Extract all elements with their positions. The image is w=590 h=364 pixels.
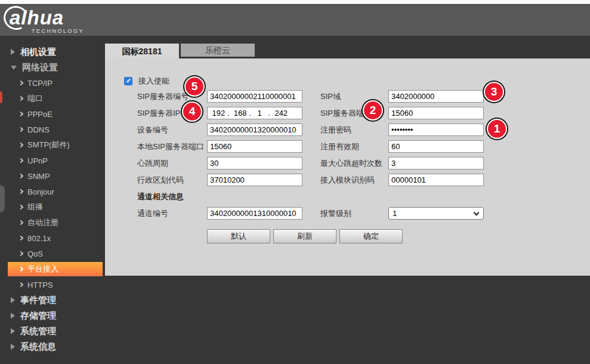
heartbeat-period-label: 心跳周期	[137, 157, 168, 169]
sip-domain-input[interactable]	[388, 90, 484, 103]
logo-technology-text: TECHNOLOGY	[32, 28, 84, 34]
sidebar-item-storage-management[interactable]: 存储管理	[0, 309, 105, 323]
platform-access-form-panel: 接入使能 SIP服务器编号 SIP域 SIP服务器IP SIP服务器端口 设备编…	[105, 58, 590, 276]
chevron-right-icon	[18, 251, 23, 256]
register-password-label: 注册密码	[320, 124, 351, 136]
device-id-input[interactable]	[207, 124, 302, 136]
default-button[interactable]: 默认	[207, 229, 270, 243]
chevron-right-icon	[18, 96, 23, 101]
edge-red-widget	[0, 91, 2, 103]
chevron-right-icon	[18, 220, 23, 225]
channel-info-section-title: 通道相关信息	[137, 192, 184, 202]
tab-gb28181[interactable]: 国标28181	[105, 44, 179, 59]
local-sip-port-label: 本地SIP服务器端口	[137, 140, 204, 153]
sidebar-item-https[interactable]: HTTPS	[0, 277, 105, 292]
alarm-level-select[interactable]: 1	[388, 207, 484, 220]
logo-a-glyph: a	[10, 8, 21, 28]
register-validity-label: 注册有效期	[320, 140, 359, 153]
browser-top-strip	[0, 0, 590, 4]
chevron-right-icon	[18, 81, 23, 85]
device-id-label: 设备编号	[137, 124, 168, 136]
sidebar-item-port[interactable]: 端口	[0, 91, 105, 106]
civil-code-label: 行政区划代码	[137, 174, 184, 186]
sidebar-item-camera-settings[interactable]: 相机设置	[0, 45, 105, 59]
triangle-right-icon	[11, 297, 15, 303]
ok-button[interactable]: 确定	[339, 229, 403, 243]
annotation-circle-3: 3	[484, 82, 504, 102]
annotation-circle-1: 1	[487, 119, 507, 139]
max-heartbeat-timeout-input[interactable]	[388, 157, 484, 169]
sip-server-id-label: SIP服务器编号	[137, 90, 189, 103]
sidebar-item-tcpip[interactable]: TCP/IP	[0, 76, 105, 90]
sidebar-item-network-settings[interactable]: 网络设置	[0, 60, 105, 75]
channel-id-label: 通道编号	[137, 207, 168, 220]
max-heartbeat-timeout-label: 最大心跳超时次数	[320, 157, 382, 169]
heartbeat-period-input[interactable]	[207, 157, 302, 169]
sidebar-item-8021x[interactable]: 802.1x	[0, 231, 105, 245]
sip-domain-label: SIP域	[320, 90, 341, 103]
sidebar-item-bonjour[interactable]: Bonjour	[0, 184, 105, 199]
chevron-right-icon	[18, 127, 23, 132]
dahua-logo: alhua TECHNOLOGY	[10, 8, 84, 34]
triangle-down-icon	[11, 66, 17, 70]
register-validity-input[interactable]	[388, 140, 484, 153]
sidebar-item-platform-access-selected[interactable]: 平台接入	[8, 262, 103, 276]
access-module-id-input[interactable]	[388, 174, 484, 186]
civil-code-input[interactable]	[207, 174, 302, 186]
edge-panel-handle[interactable]	[0, 185, 5, 212]
chevron-right-icon	[18, 267, 23, 272]
enable-checkbox-label: 接入使能	[138, 76, 169, 87]
sip-server-ip-label: SIP服务器IP	[137, 107, 180, 119]
sidebar-item-pppoe[interactable]: PPPoE	[0, 107, 105, 121]
sidebar-item-snmp[interactable]: SNMP	[0, 169, 105, 183]
chevron-right-icon	[18, 236, 23, 240]
sip-server-port-input[interactable]	[388, 107, 484, 119]
tab-lechange-cloud[interactable]: 乐橙云	[181, 44, 255, 57]
chevron-right-icon	[18, 112, 23, 116]
channel-id-input[interactable]	[207, 207, 302, 220]
sidebar-item-smtp[interactable]: SMTP(邮件)	[0, 138, 105, 152]
sidebar-item-upnp[interactable]: UPnP	[0, 153, 105, 168]
chevron-right-icon	[18, 282, 23, 287]
alarm-level-value: 1	[393, 209, 397, 218]
chevron-right-icon	[18, 158, 23, 163]
register-password-input[interactable]	[388, 124, 484, 136]
sip-server-ip-input[interactable]	[207, 107, 302, 119]
sidebar-item-qos[interactable]: QoS	[0, 246, 105, 261]
chevron-down-icon	[474, 210, 480, 216]
dahua-web-config-window: alhua TECHNOLOGY 相机设置 网络设置 TCP/IP 端口 PPP…	[0, 0, 590, 364]
annotation-circle-2: 2	[363, 100, 383, 121]
triangle-right-icon	[11, 49, 15, 55]
chevron-right-icon	[18, 205, 23, 209]
local-sip-port-input[interactable]	[207, 140, 302, 153]
page-header: alhua TECHNOLOGY	[0, 5, 590, 36]
triangle-right-icon	[11, 328, 15, 334]
triangle-right-icon	[11, 344, 15, 350]
alarm-level-label: 报警级别	[320, 207, 351, 220]
triangle-right-icon	[11, 313, 15, 319]
sip-server-id-input[interactable]	[207, 90, 302, 103]
annotation-circle-5: 5	[184, 76, 205, 97]
access-module-id-label: 接入模块识别码	[320, 174, 375, 186]
chevron-right-icon	[18, 189, 23, 194]
sidebar-item-system-management[interactable]: 系统管理	[0, 324, 105, 338]
dahua-logo-wordmark: alhua	[10, 8, 84, 28]
enable-checkbox[interactable]	[124, 77, 132, 85]
refresh-button[interactable]: 刷新	[273, 229, 336, 243]
sidebar-item-system-info[interactable]: 系统信息	[0, 340, 105, 354]
sidebar-item-ddns[interactable]: DDNS	[0, 122, 105, 137]
sidebar-item-auto-register[interactable]: 自动注册	[0, 215, 105, 230]
annotation-circle-4: 4	[182, 101, 202, 122]
sidebar-item-multicast[interactable]: 组播	[0, 200, 105, 214]
chevron-right-icon	[18, 174, 23, 178]
chevron-right-icon	[18, 143, 23, 147]
sidebar-item-event-management[interactable]: 事件管理	[0, 293, 105, 307]
